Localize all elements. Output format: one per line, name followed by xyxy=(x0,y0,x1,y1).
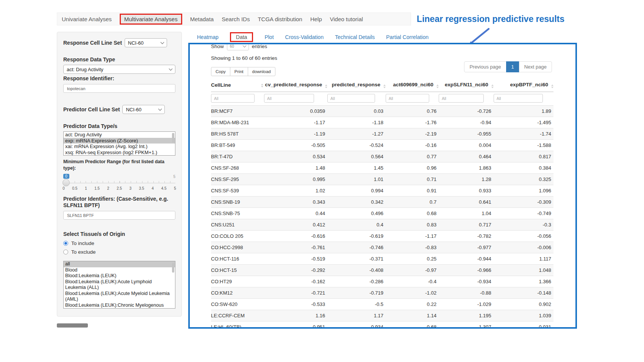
cell-predicted-response: -0.524 xyxy=(327,140,386,151)
tab-technical-details[interactable]: Technical Details xyxy=(335,34,375,40)
nav-item-search-ids[interactable]: Search IDs xyxy=(222,16,250,22)
page-1-button[interactable]: 1 xyxy=(506,61,519,72)
print-button[interactable]: Print xyxy=(230,67,248,76)
show-entries-select[interactable]: 60 xyxy=(227,43,249,50)
sort-icon[interactable] xyxy=(551,84,553,88)
slider-handle[interactable] xyxy=(63,179,70,186)
tab-cross-validation[interactable]: Cross-Validation xyxy=(285,34,324,40)
cell-predicted-response: -0.5 xyxy=(327,299,386,310)
predictor-data-type-option[interactable]: xsq: RNA-seq Expression (log2 FPKM+1.) xyxy=(64,150,175,156)
filter-input-act609699-nci60[interactable] xyxy=(386,94,429,103)
tissue-option[interactable]: Blood:Leukemia (LEUK) xyxy=(64,273,175,279)
filter-input-predicted-response[interactable] xyxy=(327,94,375,103)
tissue-include-radio[interactable]: To include xyxy=(63,240,175,246)
predictor-data-type-option[interactable]: xai: mRNA Expression (Avg. log2 Int.) xyxy=(64,144,175,150)
previous-page-button[interactable]: Previous page xyxy=(464,61,506,72)
column-header-predicted-response[interactable]: predicted_response xyxy=(327,79,386,92)
cell-expbptf-nci60: -1.588 xyxy=(494,140,553,151)
tab-heatmap[interactable]: Heatmap xyxy=(197,34,219,40)
predictor-identifiers-input[interactable] xyxy=(63,211,175,220)
cell-expslfn11-nci60: 0.641 xyxy=(439,197,494,208)
cell-expbptf-nci60: 0.384 xyxy=(494,162,553,174)
tissue-option[interactable]: all xyxy=(64,261,175,267)
table-row[interactable]: CO:HT29-0.162-0.286-0.4-0.9341.366 xyxy=(211,276,553,287)
nav-item-multivariate-analyses[interactable]: Multivariate Analyses xyxy=(120,14,182,25)
table-row[interactable]: LE:CCRF-CEM1.161.171.141.1951.039 xyxy=(211,310,553,321)
table-row[interactable]: CO:HCC-2998-0.761-0.746-0.83-0.977-0.006 xyxy=(211,242,553,253)
cell-cellline: CNS:SF-295 xyxy=(211,174,264,185)
response-cell-line-set-select[interactable]: NCI-60 xyxy=(125,38,167,47)
filter-input-expbptf-nci60[interactable] xyxy=(494,94,543,103)
table-row[interactable]: CNS:U2510.4120.40.830.717-0.3 xyxy=(211,219,553,231)
cell-expslfn11-nci60: -0.966 xyxy=(439,265,494,276)
sort-icon[interactable] xyxy=(383,84,386,88)
column-header-cv-predicted-response[interactable]: cv_predicted_response xyxy=(264,79,327,92)
table-row[interactable]: BR:HS 578T-1.19-1.27-2.19-0.955-1.74 xyxy=(211,128,553,140)
table-row[interactable]: CO:HCT-15-0.292-0.408-0.97-0.9661.048 xyxy=(211,265,553,276)
table-row[interactable]: CO:KM12-0.721-0.719-1.02-0.88-0.148 xyxy=(211,287,553,299)
table-row[interactable]: CO:SW-620-0.533-0.50.22-1.0290.902 xyxy=(211,299,553,310)
sort-icon[interactable] xyxy=(491,84,494,88)
predictor-data-type-option[interactable]: act: Drug Activity xyxy=(64,132,175,138)
tab-plot[interactable]: Plot xyxy=(264,34,274,40)
table-row[interactable]: CO:HCT-116-0.519-0.3710.25-0.9441.117 xyxy=(211,253,553,265)
cell-expslfn11-nci60: -0.944 xyxy=(439,253,494,265)
cell-predicted-response: -1.27 xyxy=(327,128,386,140)
table-row[interactable]: CNS:SF-2681.481.450.961.8630.384 xyxy=(211,162,553,174)
table-row[interactable]: BR:MCF70.03590.030.76-0.7261.89 xyxy=(211,106,553,117)
nav-item-univariate-analyses[interactable]: Univariate Analyses xyxy=(62,16,112,22)
cell-act609699-nci60: -0.97 xyxy=(386,265,439,276)
scrollbar-thumb[interactable] xyxy=(172,263,174,273)
table-row[interactable]: BR:BT-549-0.505-0.524-0.160.004-1.588 xyxy=(211,140,553,151)
sort-icon[interactable] xyxy=(261,84,263,87)
tissue-exclude-radio[interactable]: To exclude xyxy=(63,249,175,255)
tissue-option[interactable]: Blood:Leukemia (LEUK):Chronic Myelogenou… xyxy=(64,303,175,309)
nav-item-video-tutorial[interactable]: Video tutorial xyxy=(330,16,363,22)
filter-input-cv-predicted-response[interactable] xyxy=(264,94,314,103)
predictor-cell-line-set-select[interactable]: NCI-60 xyxy=(122,105,165,114)
column-header-cellline[interactable]: CellLine xyxy=(211,79,264,92)
table-row[interactable]: BR:T-47D0.5340.5640.770.4640.817 xyxy=(211,151,553,162)
next-page-button[interactable]: Next page xyxy=(519,61,552,72)
sort-icon[interactable] xyxy=(325,84,327,88)
table-row[interactable]: CNS:SNB-750.440.4960.681.04-0.749 xyxy=(211,208,553,219)
cell-predicted-response: 0.4 xyxy=(327,219,386,231)
radio-selected-icon xyxy=(63,241,68,246)
filter-input-cellline[interactable] xyxy=(211,94,255,103)
nav-item-metadata[interactable]: Metadata xyxy=(190,16,214,22)
cell-expslfn11-nci60: 0.717 xyxy=(439,219,494,231)
cutoff-artifact xyxy=(57,323,88,328)
predictor-data-type-option[interactable]: exp: mRNA Expression (Z-Score) xyxy=(64,138,175,144)
response-identifier-input[interactable] xyxy=(63,84,175,93)
sort-icon[interactable] xyxy=(436,84,439,88)
tissue-option[interactable]: Blood xyxy=(64,267,175,273)
column-header-expslfn11-nci60[interactable]: expSLFN11_nci60 xyxy=(439,79,494,92)
filter-cell xyxy=(386,92,439,106)
top-navbar: Univariate AnalysesMultivariate Analyses… xyxy=(57,12,411,25)
filter-cell xyxy=(327,92,386,106)
table-row[interactable]: BR:MDA-MB-231-1.17-1.18-1.76-0.94-1.495 xyxy=(211,117,553,128)
column-header-expbptf-nci60[interactable]: expBPTF_nci60 xyxy=(494,79,553,92)
response-data-type-select[interactable]: act: Drug Activity xyxy=(63,65,175,74)
download-button[interactable]: download xyxy=(248,67,275,76)
nav-item-help[interactable]: Help xyxy=(310,16,322,22)
filter-input-expslfn11-nci60[interactable] xyxy=(439,94,484,103)
column-header-act609699-nci60[interactable]: act609699_nci60 xyxy=(386,79,439,92)
tissue-option[interactable]: Blood:Leukemia (LEUK):Acute Myeloid Leuk… xyxy=(64,291,175,303)
tab-partial-correlation[interactable]: Partial Correlation xyxy=(386,34,428,40)
table-row[interactable]: CNS:SF-5391.020.9940.910.9331.096 xyxy=(211,185,553,197)
nav-item-tcga-distribution[interactable]: TCGA distribution xyxy=(258,16,302,22)
table-row[interactable]: CNS:SF-2950.9951.010.711.280.325 xyxy=(211,174,553,185)
cell-predicted-response: -0.408 xyxy=(327,265,386,276)
table-row[interactable]: CNS:SNB-190.3430.3420.70.641-0.309 xyxy=(211,197,553,208)
copy-button[interactable]: Copy xyxy=(211,67,230,76)
cell-expbptf-nci60: 1.117 xyxy=(494,253,553,265)
scrollbar-thumb[interactable] xyxy=(172,133,174,143)
table-row[interactable]: CO:COLO 205-0.616-0.619-1.17-0.782-0.056 xyxy=(211,231,553,242)
tab-data[interactable]: Data xyxy=(230,32,253,42)
slider-track[interactable] xyxy=(63,183,175,183)
tissue-option[interactable]: Blood:Leukemia (LEUK):Acute Lymphoid Leu… xyxy=(64,279,175,291)
table-row[interactable]: LE:HL-60(TB)0.9510.9340.681.3070.031 xyxy=(211,321,553,329)
cell-expbptf-nci60: 0.817 xyxy=(494,151,553,162)
cell-act609699-nci60: 0.71 xyxy=(386,174,439,185)
